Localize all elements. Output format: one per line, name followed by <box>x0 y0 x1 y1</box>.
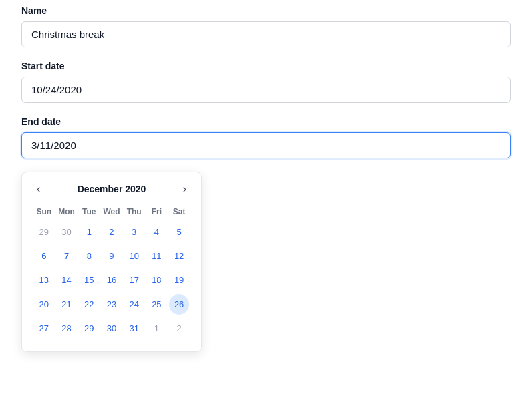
calendar-cell: 14 <box>55 268 78 292</box>
calendar-cell: 2 <box>168 317 190 341</box>
calendar-day[interactable]: 29 <box>79 319 99 339</box>
calendar-cell: 24 <box>123 292 146 317</box>
calendar-cell: 1 <box>78 220 100 244</box>
calendar-cell: 30 <box>100 317 123 341</box>
calendar-day: 29 <box>34 222 54 242</box>
calendar-cell: 23 <box>100 292 123 317</box>
calendar-cell: 6 <box>33 244 55 268</box>
calendar-cell: 10 <box>123 244 146 268</box>
calendar-cell: 29 <box>33 220 55 244</box>
calendar-cell: 19 <box>168 268 190 292</box>
end-date-input[interactable] <box>21 132 511 158</box>
calendar-cell: 18 <box>146 268 168 292</box>
calendar-day[interactable]: 19 <box>169 270 189 290</box>
calendar-cell: 20 <box>33 292 55 317</box>
calendar-header: ‹ December 2020 › <box>33 182 190 196</box>
calendar-day[interactable]: 9 <box>102 246 122 266</box>
calendar-day[interactable]: 11 <box>146 246 166 266</box>
calendar-day[interactable]: 10 <box>124 246 144 266</box>
calendar-cell: 8 <box>78 244 100 268</box>
calendar-cell: 9 <box>100 244 123 268</box>
weekday-wed: Wed <box>100 204 123 220</box>
calendar-cell: 26 <box>168 292 190 317</box>
calendar-week-2: 6789101112 <box>33 244 190 268</box>
calendar-cell: 13 <box>33 268 55 292</box>
end-date-label: End date <box>21 116 511 127</box>
calendar-day[interactable]: 4 <box>146 222 166 242</box>
calendar-cell: 2 <box>100 220 123 244</box>
calendar-cell: 11 <box>146 244 168 268</box>
weekday-thu: Thu <box>123 204 146 220</box>
calendar-day[interactable]: 13 <box>34 270 54 290</box>
calendar-cell: 16 <box>100 268 123 292</box>
calendar-cell: 12 <box>168 244 190 268</box>
calendar-day[interactable]: 25 <box>146 294 166 315</box>
calendar-day[interactable]: 21 <box>57 294 77 315</box>
calendar-week-5: 272829303112 <box>33 317 190 341</box>
calendar-cell: 30 <box>55 220 78 244</box>
calendar-day[interactable]: 14 <box>57 270 77 290</box>
name-input[interactable] <box>21 21 511 47</box>
calendar-day[interactable]: 30 <box>102 319 122 339</box>
modal-overlay: New holiday × Name Start date End date ‹… <box>0 0 532 400</box>
calendar-day[interactable]: 3 <box>124 222 144 242</box>
calendar-day[interactable]: 12 <box>169 246 189 266</box>
calendar-cell: 22 <box>78 292 100 317</box>
calendar-day[interactable]: 15 <box>79 270 99 290</box>
weekday-sun: Sun <box>33 204 55 220</box>
calendar-day[interactable]: 18 <box>146 270 166 290</box>
calendar-day[interactable]: 23 <box>102 294 122 315</box>
calendar-cell: 15 <box>78 268 100 292</box>
calendar-cell: 25 <box>146 292 168 317</box>
name-label: Name <box>21 5 511 16</box>
calendar-week-1: 293012345 <box>33 220 190 244</box>
calendar-day[interactable]: 27 <box>34 319 54 339</box>
calendar-grid: Sun Mon Tue Wed Thu Fri Sat 293012345678… <box>33 204 190 341</box>
calendar-day[interactable]: 16 <box>102 270 122 290</box>
calendar-day[interactable]: 22 <box>79 294 99 315</box>
calendar-day[interactable]: 20 <box>34 294 54 315</box>
calendar-day[interactable]: 6 <box>34 246 54 266</box>
calendar-month-label: December 2020 <box>78 184 146 194</box>
calendar-cell: 17 <box>123 268 146 292</box>
calendar-cell: 27 <box>33 317 55 341</box>
calendar-day[interactable]: 17 <box>124 270 144 290</box>
start-date-label: Start date <box>21 61 511 71</box>
calendar-day[interactable]: 2 <box>102 222 122 242</box>
calendar-cell: 1 <box>146 317 168 341</box>
calendar-day[interactable]: 28 <box>57 319 77 339</box>
calendar-prev-button[interactable]: ‹ <box>33 182 44 196</box>
calendar-weekday-row: Sun Mon Tue Wed Thu Fri Sat <box>33 204 190 220</box>
weekday-tue: Tue <box>78 204 100 220</box>
calendar-popup: ‹ December 2020 › Sun Mon Tue Wed Thu Fr… <box>21 172 202 352</box>
calendar-day[interactable]: 24 <box>124 294 144 315</box>
end-date-field-group: End date <box>21 116 511 158</box>
calendar-week-3: 13141516171819 <box>33 268 190 292</box>
calendar-day[interactable]: 5 <box>169 222 189 242</box>
modal-footer: Cancel Confirm <box>21 392 511 401</box>
calendar-day[interactable]: 7 <box>57 246 77 266</box>
calendar-day[interactable]: 31 <box>124 319 144 339</box>
weekday-mon: Mon <box>55 204 78 220</box>
calendar-day[interactable]: 1 <box>79 222 99 242</box>
calendar-next-button[interactable]: › <box>179 182 190 196</box>
calendar-day[interactable]: 26 <box>169 294 189 315</box>
calendar-cell: 4 <box>146 220 168 244</box>
calendar-cell: 21 <box>55 292 78 317</box>
weekday-fri: Fri <box>146 204 168 220</box>
weekday-sat: Sat <box>168 204 190 220</box>
calendar-day[interactable]: 8 <box>79 246 99 266</box>
calendar-cell: 5 <box>168 220 190 244</box>
calendar-cell: 28 <box>55 317 78 341</box>
name-field-group: Name <box>21 5 511 47</box>
calendar-cell: 3 <box>123 220 146 244</box>
calendar-cell: 31 <box>123 317 146 341</box>
start-date-field-group: Start date <box>21 61 511 103</box>
calendar-day: 30 <box>57 222 77 242</box>
calendar-body: 2930123456789101112131415161718192021222… <box>33 220 190 341</box>
start-date-input[interactable] <box>21 77 511 103</box>
calendar-cell: 7 <box>55 244 78 268</box>
modal-dialog: New holiday × Name Start date End date ‹… <box>0 0 532 400</box>
calendar-week-4: 20212223242526 <box>33 292 190 317</box>
calendar-cell: 29 <box>78 317 100 341</box>
